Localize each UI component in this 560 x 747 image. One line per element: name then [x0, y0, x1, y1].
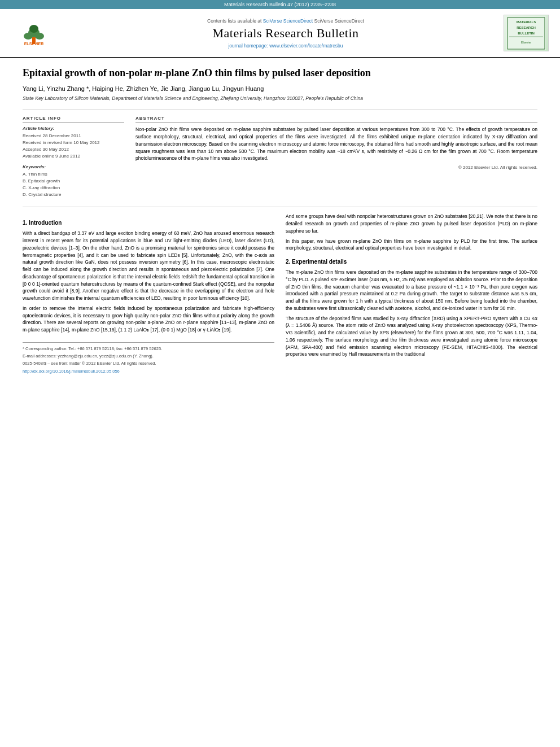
revised-line: Received in revised form 10 May 2012	[23, 139, 124, 146]
svg-text:ELSEVIER: ELSEVIER	[24, 42, 44, 46]
journal-center: Contents lists available at SciVerse Sci…	[68, 18, 504, 49]
history-label: Article history:	[23, 126, 124, 131]
exp-para-1: The m-plane ZnO thin films were deposite…	[286, 269, 537, 312]
keyword-2: B. Epitaxial growth	[23, 178, 124, 185]
homepage-text: journal homepage: www.elsevier.com/locat…	[228, 43, 343, 49]
intro-para-2: In order to remove the internal electric…	[23, 305, 274, 334]
svg-point-2	[24, 33, 33, 40]
body-right-col: And some groups have deal with nonpolar …	[286, 213, 537, 375]
footnote-area: * Corresponding author. Tel.: +86 571 87…	[23, 342, 274, 374]
svg-text:RESEARCH: RESEARCH	[517, 26, 536, 29]
footnote-email: E-mail addresses: yzzhang@zju.edu.cn, ye…	[23, 353, 274, 359]
elsevier-logo: ELSEVIER	[11, 20, 56, 46]
svg-text:Elsevier: Elsevier	[521, 41, 531, 44]
footnote-doi[interactable]: http://dx.doi.org/10.1016/j.materresbull…	[23, 368, 274, 374]
footnote-issn: 0025-5408/$ – see front matter © 2012 El…	[23, 360, 274, 366]
email-addresses: yzzhang@zju.edu.cn, yezz@zju.edu.cn (Y. …	[58, 353, 154, 359]
journal-banner: Materials Research Bulletin 47 (2012) 22…	[0, 0, 560, 9]
banner-text: Materials Research Bulletin 47 (2012) 22…	[224, 2, 336, 7]
keyword-3: C. X-ray diffraction	[23, 185, 124, 191]
content-area: Epitaxial growth of non-polar m-plane Zn…	[0, 58, 560, 384]
sciverse-link-text[interactable]: SciVerse ScienceDirect	[263, 18, 313, 24]
divider-2	[23, 207, 537, 207]
main-body: 1. Introduction With a direct bandgap of…	[23, 213, 537, 375]
journal-homepage: journal homepage: www.elsevier.com/locat…	[68, 43, 504, 49]
authors-line: Yang Li, Yinzhu Zhang *, Haiping He, Zhi…	[23, 85, 537, 92]
footnote-corresponding: * Corresponding author. Tel.: +86 571 87…	[23, 346, 274, 352]
intro-heading: 1. Introduction	[23, 219, 274, 227]
right-para-1: And some groups have deal with nonpolar …	[286, 213, 537, 234]
right-para-2: In this paper, we have grown m-plane ZnO…	[286, 238, 537, 252]
article-info-label: ARTICLE INFO	[23, 116, 124, 123]
paper-title: Epitaxial growth of non-polar m-plane Zn…	[23, 67, 537, 80]
contents-text: Contents lists available at	[207, 18, 261, 24]
sciverse-link-label: SciVerse ScienceDirect	[314, 18, 364, 24]
divider-1	[23, 110, 537, 110]
abstract-col: ABSTRACT Non-polar ZnO thin films were d…	[135, 116, 537, 198]
elsevier-tree-icon: ELSEVIER	[17, 20, 51, 46]
abstract-text: Non-polar ZnO thin films were deposited …	[135, 126, 537, 171]
svg-text:MATERIALS: MATERIALS	[517, 20, 536, 24]
journal-logo-right: MATERIALS RESEARCH BULLETIN Elsevier	[504, 15, 549, 51]
intro-para-1: With a direct bandgap of 3.37 eV and lar…	[23, 230, 274, 302]
article-info-col: ARTICLE INFO Article history: Received 2…	[23, 116, 124, 198]
exp-heading: 2. Experimental details	[286, 257, 537, 266]
doi-link[interactable]: http://dx.doi.org/10.1016/j.materresbull…	[23, 369, 120, 374]
keywords-label: Keywords:	[23, 164, 124, 169]
svg-text:BULLETIN: BULLETIN	[518, 32, 535, 35]
copyright-line: © 2012 Elsevier Ltd. All rights reserved…	[135, 164, 537, 171]
accepted-line: Accepted 30 May 2012	[23, 146, 124, 153]
email-label: E-mail addresses:	[23, 353, 56, 359]
exp-para-2: The structure of the deposited films was…	[286, 315, 537, 359]
abstract-paragraph: Non-polar ZnO thin films were deposited …	[135, 126, 537, 162]
online-line: Available online 9 June 2012	[23, 153, 124, 160]
svg-point-3	[35, 33, 44, 40]
journal-title: Materials Research Bulletin	[68, 26, 504, 41]
received-line: Received 28 December 2011	[23, 133, 124, 139]
affiliation: State Key Laboratory of Silicon Material…	[23, 95, 537, 101]
authors-text: Yang Li, Yinzhu Zhang *, Haiping He, Zhi…	[23, 85, 264, 92]
article-meta-section: ARTICLE INFO Article history: Received 2…	[23, 116, 537, 198]
history-block: Article history: Received 28 December 20…	[23, 126, 124, 160]
abstract-label: ABSTRACT	[135, 116, 537, 123]
sciverse-line: Contents lists available at SciVerse Sci…	[68, 18, 504, 24]
svg-point-4	[29, 25, 38, 33]
mrb-logo-icon: MATERIALS RESEARCH BULLETIN Elsevier	[506, 16, 546, 50]
keyword-4: D. Crystal structure	[23, 191, 124, 198]
page-wrapper: Materials Research Bulletin 47 (2012) 22…	[0, 0, 560, 747]
journal-header: ELSEVIER Contents lists available at Sci…	[0, 9, 560, 58]
keyword-1: A. Thin films	[23, 171, 124, 178]
body-left-col: 1. Introduction With a direct bandgap of…	[23, 213, 274, 375]
keywords-block: Keywords: A. Thin films B. Epitaxial gro…	[23, 164, 124, 198]
